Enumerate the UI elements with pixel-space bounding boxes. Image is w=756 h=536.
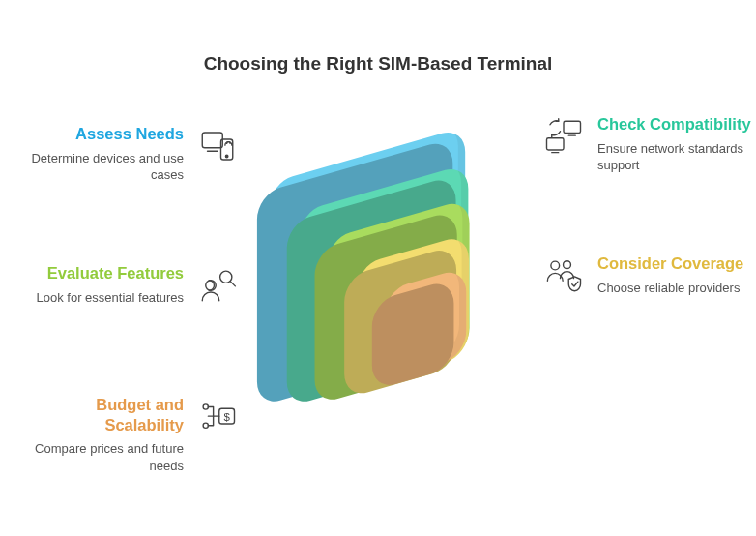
svg-point-8 — [203, 423, 208, 428]
funnel-graphic — [261, 155, 532, 416]
item-title: Assess Needs — [27, 124, 184, 144]
item-desc: Determine devices and use cases — [27, 150, 184, 184]
page-title: Choosing the Right SIM-Based Terminal — [0, 53, 756, 74]
svg-rect-12 — [564, 121, 581, 133]
item-consider-coverage: Consider Coverage Choose reliable provid… — [541, 253, 754, 298]
item-check-compatibility: Check Compatibility Ensure network stand… — [541, 114, 754, 174]
devices-icon — [195, 124, 240, 168]
svg-rect-14 — [547, 138, 565, 150]
item-assess-needs: Assess Needs Determine devices and use c… — [27, 124, 240, 184]
budget-icon: $ — [195, 395, 240, 439]
svg-point-17 — [564, 261, 571, 269]
svg-text:$: $ — [223, 411, 230, 423]
svg-point-7 — [203, 404, 208, 409]
svg-rect-0 — [202, 133, 222, 148]
item-title: Evaluate Features — [27, 263, 184, 283]
item-desc: Choose reliable providers — [597, 280, 754, 297]
person-search-icon — [195, 263, 240, 308]
svg-line-6 — [230, 282, 235, 286]
item-desc: Look for essential features — [27, 289, 184, 307]
item-desc: Compare prices and future needs — [27, 440, 184, 474]
sync-devices-icon — [541, 114, 586, 159]
svg-point-16 — [551, 261, 560, 270]
users-shield-icon — [541, 253, 586, 298]
svg-point-3 — [225, 155, 227, 157]
item-desc: Ensure network standards support — [597, 140, 754, 174]
item-budget-scalability: Budget and Scalability Compare prices an… — [27, 395, 240, 474]
item-evaluate-features: Evaluate Features Look for essential fea… — [27, 263, 240, 308]
item-title: Check Compatibility — [597, 114, 754, 134]
item-title: Budget and Scalability — [27, 395, 184, 434]
item-title: Consider Coverage — [597, 253, 754, 274]
